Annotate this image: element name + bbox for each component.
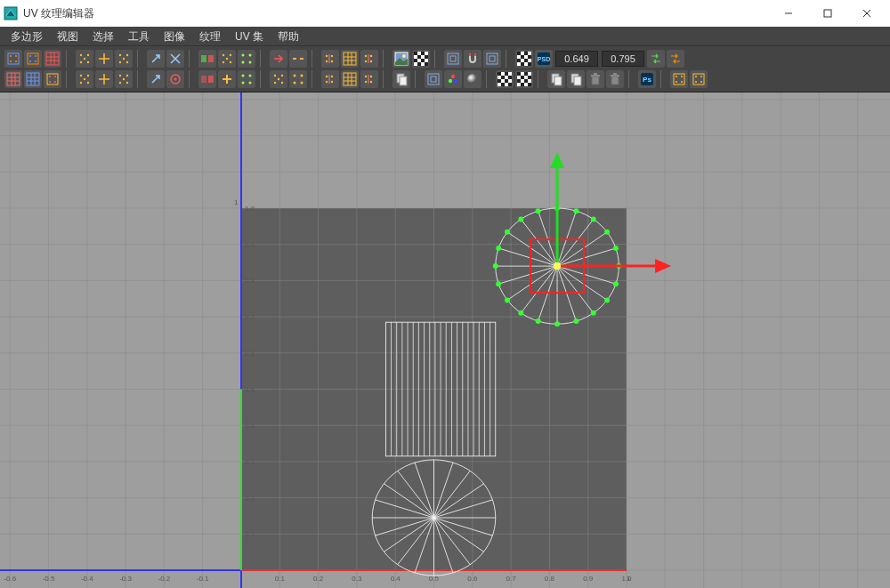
svg-point-335 (591, 310, 596, 316)
svg-point-334 (573, 318, 578, 324)
copy-icon[interactable] (392, 70, 410, 88)
maximize-button[interactable] (808, 0, 847, 27)
svg-point-144 (274, 82, 276, 84)
checker4-icon[interactable] (515, 70, 533, 88)
pack-a-icon[interactable] (321, 70, 339, 88)
copy2-icon[interactable] (547, 70, 565, 88)
checker3-icon[interactable] (496, 70, 514, 88)
svg-rect-177 (498, 76, 501, 79)
flip-u-icon[interactable] (76, 50, 93, 68)
pack-c-icon[interactable] (360, 70, 378, 88)
sel-edge-icon[interactable] (24, 50, 42, 68)
petal-icon[interactable] (444, 70, 462, 88)
svg-rect-2 (824, 10, 831, 17)
svg-text:0.7: 0.7 (506, 575, 517, 583)
magnet-icon[interactable] (464, 50, 481, 68)
checker2-icon[interactable] (515, 50, 533, 68)
svg-point-220 (676, 81, 677, 83)
svg-rect-203 (524, 83, 528, 86)
svg-point-123 (87, 82, 89, 84)
svg-point-115 (49, 76, 51, 77)
target-icon[interactable] (166, 70, 184, 88)
svg-point-27 (119, 54, 121, 56)
pack-b-icon[interactable] (341, 70, 359, 88)
svg-rect-178 (501, 76, 505, 79)
menu-image[interactable]: 图像 (157, 27, 192, 46)
svg-rect-78 (421, 62, 425, 66)
sphere-icon[interactable] (464, 70, 481, 88)
svg-rect-175 (505, 72, 508, 76)
grid-red-icon[interactable] (4, 70, 22, 88)
svg-point-11 (29, 55, 31, 57)
dots-f-icon[interactable] (270, 70, 287, 88)
layout-b-icon[interactable] (341, 50, 359, 68)
close-button[interactable] (847, 0, 886, 27)
svg-point-223 (695, 76, 697, 77)
angle-icon[interactable] (147, 70, 165, 88)
dots-a-icon[interactable] (76, 70, 93, 88)
menu-tool[interactable]: 工具 (121, 27, 157, 46)
psd-icon[interactable]: PSD (535, 50, 553, 68)
svg-rect-190 (521, 72, 524, 76)
image-icon[interactable] (392, 50, 410, 68)
u-field[interactable]: 0.649 (555, 51, 598, 67)
refresh-icon[interactable] (647, 50, 665, 68)
checker-icon[interactable] (412, 50, 430, 68)
menu-help[interactable]: 帮助 (271, 27, 306, 46)
svg-rect-64 (414, 52, 417, 55)
swap2-icon[interactable] (667, 50, 684, 68)
cut-diag-icon[interactable] (147, 50, 165, 68)
svg-rect-74 (421, 59, 425, 62)
menu-view[interactable]: 视图 (50, 27, 85, 46)
svg-point-28 (126, 54, 128, 56)
dots-g-icon[interactable] (289, 70, 307, 88)
cut-cross-icon[interactable] (166, 50, 184, 68)
svg-text:0.9: 0.9 (245, 241, 255, 249)
paste-icon[interactable] (567, 70, 585, 88)
frame2-icon[interactable] (483, 50, 501, 68)
frame3-icon[interactable] (425, 70, 442, 88)
menubar: 多边形 视图 选择 工具 图像 纹理 UV 集 帮助 (0, 27, 890, 46)
svg-text:0.2: 0.2 (245, 495, 255, 503)
svg-point-30 (119, 61, 121, 63)
layout-a-icon[interactable] (321, 50, 339, 68)
menu-texture[interactable]: 纹理 (192, 27, 228, 46)
rotate-cw-icon[interactable] (115, 50, 133, 68)
menu-polygon[interactable]: 多边形 (4, 27, 50, 46)
svg-rect-168 (431, 77, 436, 82)
trash2-icon[interactable] (606, 70, 624, 88)
plus-icon[interactable] (218, 70, 236, 88)
box-y-icon[interactable] (670, 70, 688, 88)
frame-icon[interactable] (444, 50, 462, 68)
arrow-r-icon[interactable] (270, 50, 287, 68)
svg-rect-189 (517, 72, 521, 76)
v-field[interactable]: 0.795 (602, 51, 644, 67)
svg-point-9 (15, 60, 17, 62)
layout-c-icon[interactable] (360, 50, 378, 68)
menu-select[interactable]: 选择 (85, 27, 121, 46)
grid-blue-icon[interactable] (24, 70, 42, 88)
uv-viewport[interactable]: -0.6-0.5-0.4-0.3-0.2-0.10.10.20.30.40.50… (0, 93, 890, 588)
svg-rect-166 (400, 77, 407, 85)
sel-face-icon[interactable] (44, 50, 61, 68)
dist-icon[interactable] (238, 50, 255, 68)
svg-rect-101 (528, 62, 531, 66)
snap-icon[interactable] (198, 50, 216, 68)
svg-point-146 (294, 75, 296, 77)
sel-box-icon[interactable] (44, 70, 61, 88)
dots-c-icon[interactable] (115, 70, 133, 88)
dash-icon[interactable] (289, 50, 307, 68)
dots-b-icon[interactable] (95, 70, 113, 88)
svg-rect-213 (611, 75, 619, 77)
box-y2-icon[interactable] (690, 70, 708, 88)
svg-point-40 (230, 61, 231, 63)
ps-icon[interactable]: Ps (638, 70, 656, 88)
minimize-button[interactable] (769, 0, 808, 27)
dots-e-icon[interactable] (238, 70, 255, 88)
sel-vertex-icon[interactable] (4, 50, 22, 68)
align-icon[interactable] (218, 50, 236, 68)
menu-uvset[interactable]: UV 集 (228, 27, 271, 46)
trash-icon[interactable] (587, 70, 604, 88)
flip-v-icon[interactable] (95, 50, 113, 68)
snap-red-icon[interactable] (198, 70, 216, 88)
